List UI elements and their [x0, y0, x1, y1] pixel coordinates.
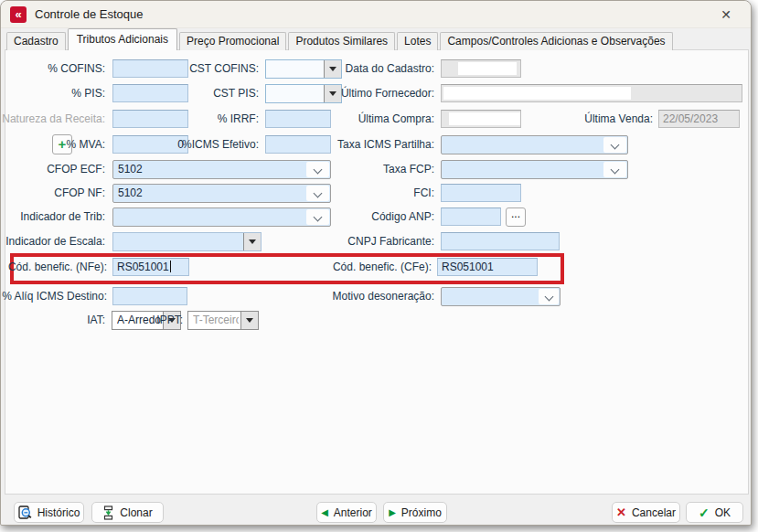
chevron-down-icon[interactable] [603, 162, 626, 177]
browse-anp-button[interactable]: ... [506, 207, 526, 227]
ok-button[interactable]: ✓ OK [686, 502, 743, 523]
chevron-down-icon[interactable] [306, 186, 329, 201]
redaction [443, 87, 631, 100]
clone-icon [102, 505, 114, 520]
dropdown-arrow-icon[interactable] [240, 312, 258, 329]
cfop-nf-select[interactable]: 5102 [112, 184, 331, 203]
cofins-input[interactable] [112, 59, 188, 78]
proximo-button[interactable]: ▶ Próximo [383, 502, 447, 523]
indicador-escala-select[interactable] [112, 232, 262, 251]
irrf-input[interactable] [265, 110, 331, 128]
cancel-x-icon: ✕ [616, 506, 626, 518]
iat-label: IAT: [87, 311, 105, 329]
motivo-desoneracao-select[interactable] [441, 287, 560, 306]
dropdown-arrow-icon[interactable] [324, 60, 341, 78]
history-search-icon [18, 505, 32, 519]
cfop-ecf-label: CFOP ECF: [47, 160, 105, 178]
cod-benefic-cfe-label: Cód. benefic. (CFe): [333, 258, 432, 276]
anterior-button[interactable]: ◀ Anterior [316, 502, 377, 523]
tab-preco-promocional[interactable]: Preço Promocional [179, 32, 286, 50]
pis-label: % PIS: [71, 84, 105, 102]
ultima-venda-label: Última Venda: [584, 110, 653, 128]
ultima-compra-label: Última Compra: [358, 110, 434, 128]
ultima-compra-input [441, 110, 521, 128]
tab-cadastro[interactable]: Cadastro [6, 32, 66, 50]
close-icon[interactable]: ✕ [710, 7, 742, 22]
cst-cofins-select[interactable] [265, 59, 342, 79]
cfop-ecf-select[interactable]: 5102 [112, 160, 331, 179]
taxa-icms-partilha-label: Taxa ICMS Partilha: [337, 135, 434, 154]
icms-efetivo-label: %ICMS Efetivo: [182, 135, 259, 154]
codigo-anp-input[interactable] [441, 207, 501, 226]
cst-pis-select[interactable] [265, 84, 342, 103]
taxa-fcp-label: Taxa FCP: [383, 160, 434, 178]
chevron-down-icon[interactable] [306, 209, 329, 225]
redaction [449, 112, 520, 125]
aliq-icms-destino-input[interactable] [112, 287, 187, 305]
data-cadastro-input [441, 59, 521, 78]
indicador-trib-label: Indicador de Trib: [20, 207, 105, 226]
redaction [458, 62, 517, 75]
window-title: Controle de Estoque [35, 7, 144, 21]
chevron-down-icon[interactable] [306, 162, 329, 177]
next-arrow-icon: ▶ [389, 508, 396, 517]
dropdown-arrow-icon[interactable] [243, 233, 261, 250]
mva-input[interactable]: 0 [112, 135, 188, 154]
ippt-label: IPPT: [156, 311, 183, 329]
tab-lotes[interactable]: Lotes [397, 32, 438, 50]
irrf-label: % IRRF: [218, 110, 259, 128]
cnpj-fabricante-input[interactable] [441, 232, 560, 250]
tab-produtos-similares[interactable]: Produtos Similares [288, 32, 395, 50]
motivo-desoneracao-label: Motivo desoneração: [333, 287, 434, 305]
cod-benefic-nfe-label: Cód. benefic. (NFe): [8, 258, 107, 276]
pis-input[interactable] [112, 84, 188, 102]
ultimo-fornecedor-label: Último Fornecedor: [341, 84, 434, 102]
check-icon: ✓ [699, 506, 710, 519]
chevron-down-icon[interactable] [603, 137, 626, 153]
cancelar-button[interactable]: ✕ Cancelar [612, 502, 680, 523]
previous-arrow-icon: ◀ [321, 508, 328, 517]
titlebar: « Controle de Estoque ✕ [1, 1, 751, 28]
app-logo-icon: « [10, 6, 27, 23]
dropdown-arrow-icon[interactable] [324, 85, 341, 102]
tab-bar: Cadastro Tributos Adicionais Preço Promo… [6, 28, 673, 50]
dialog-controle-de-estoque: « Controle de Estoque ✕ Cadastro Tributo… [0, 0, 752, 526]
taxa-icms-partilha-select[interactable] [441, 135, 628, 154]
cod-benefic-nfe-input[interactable]: RS051001 [112, 258, 189, 276]
fci-input[interactable] [441, 184, 521, 202]
cfop-nf-label: CFOP NF: [54, 184, 105, 202]
icms-efetivo-input[interactable] [265, 135, 331, 154]
clonar-button[interactable]: Clonar [91, 502, 164, 523]
text-cursor [170, 261, 171, 272]
historico-button[interactable]: Histórico [14, 502, 84, 523]
fci-label: FCI: [413, 184, 434, 202]
chevron-down-icon[interactable] [539, 289, 559, 304]
ippt-select[interactable]: T-Terceiros [187, 311, 259, 330]
cofins-label: % COFINS: [48, 59, 105, 78]
natureza-receita-label: Natureza da Receita: [2, 110, 105, 128]
cod-benefic-cfe-input[interactable]: RS051001 [437, 258, 538, 276]
cnpj-fabricante-label: CNPJ Fabricante: [347, 232, 434, 250]
indicador-escala-label: Indicador de Escala: [5, 232, 105, 250]
mva-label: % MVA: [67, 135, 105, 154]
cst-cofins-label: CST COFINS: [189, 59, 259, 78]
codigo-anp-label: Código ANP: [371, 207, 434, 226]
tab-campos-controles[interactable]: Campos/Controles Adicionas e Observações [440, 32, 672, 50]
natureza-receita-input[interactable] [112, 110, 188, 128]
ultimo-fornecedor-input [441, 84, 742, 102]
cst-pis-label: CST PIS: [213, 84, 259, 102]
ultima-venda-input: 22/05/2023 [658, 110, 740, 128]
taxa-fcp-select[interactable] [441, 160, 628, 179]
aliq-icms-destino-label: % Alíq ICMS Destino: [2, 287, 107, 305]
data-cadastro-label: Data do Cadastro: [346, 59, 434, 78]
indicador-trib-select[interactable] [112, 207, 331, 227]
tab-tributos-adicionais[interactable]: Tributos Adicionais [68, 28, 177, 50]
